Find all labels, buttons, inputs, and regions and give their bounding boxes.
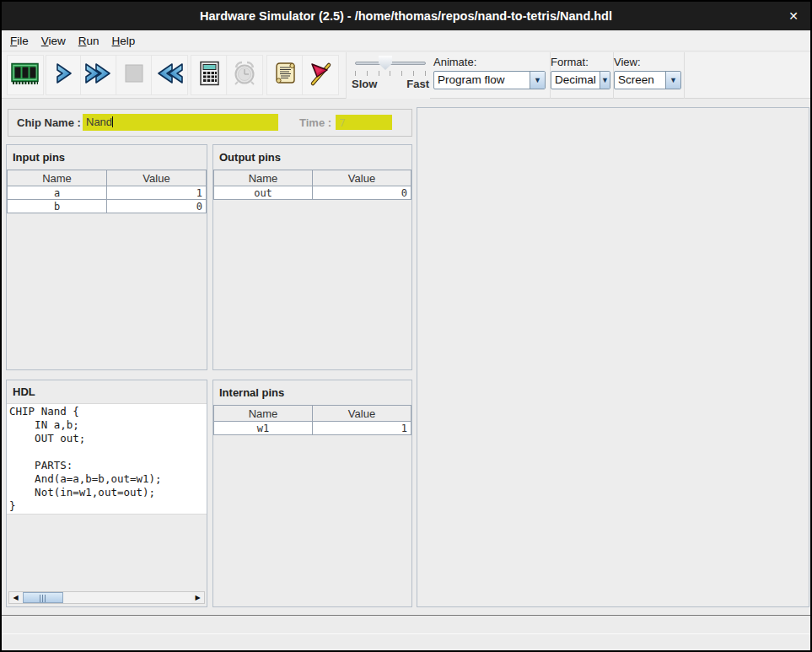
- status-message-bar: [2, 615, 810, 634]
- speed-slider-group: Slow Fast: [346, 52, 430, 99]
- clock-tick-icon: [231, 60, 258, 90]
- load-chip-icon: [10, 61, 40, 89]
- chevron-down-icon[interactable]: ▼: [665, 72, 680, 89]
- pin-value-a[interactable]: 1: [107, 186, 207, 200]
- chip-name-label: Chip Name :: [17, 116, 81, 129]
- table-row: w1 1: [214, 422, 411, 435]
- format-select[interactable]: Decimal ▼: [551, 71, 610, 89]
- menu-help[interactable]: Help: [110, 32, 143, 50]
- internal-pins-title: Internal pins: [213, 380, 411, 399]
- view-value: Screen: [615, 72, 665, 89]
- view-select[interactable]: Screen ▼: [614, 71, 681, 89]
- animate-label: Animate:: [433, 56, 550, 68]
- single-step-button[interactable]: [46, 55, 83, 95]
- evaluate-button[interactable]: [191, 55, 228, 95]
- column-header-name: Name: [214, 406, 313, 422]
- chip-name-input[interactable]: Nand: [83, 114, 278, 131]
- stop-icon: [123, 62, 145, 88]
- app-window: Hardware Simulator (2.5) - /home/thomas/…: [0, 0, 812, 652]
- breakpoints-icon: [307, 60, 334, 90]
- time-label: Time :: [299, 116, 331, 129]
- chevron-down-icon[interactable]: ▼: [530, 72, 545, 89]
- menu-run[interactable]: Run: [77, 32, 107, 50]
- screen-view-panel: [417, 107, 809, 607]
- pin-value-w1: 1: [313, 422, 411, 435]
- format-value: Decimal: [551, 72, 600, 89]
- evaluate-icon: [197, 60, 221, 90]
- table-row: b 0: [8, 200, 207, 213]
- input-pins-table: Name Value a 1 b 0: [7, 170, 207, 213]
- slider-slow-label: Slow: [352, 78, 377, 90]
- output-pins-title: Output pins: [213, 145, 411, 164]
- pin-value-b[interactable]: 0: [107, 200, 207, 213]
- column-header-value: Value: [313, 406, 411, 422]
- time-field: 7: [336, 115, 392, 130]
- view-label: View:: [614, 56, 684, 68]
- table-row: a 1: [8, 186, 207, 200]
- animate-group: Animate: Program flow ▼: [433, 52, 551, 99]
- pin-name-b: b: [8, 200, 107, 213]
- run-button[interactable]: [80, 55, 117, 95]
- internal-pins-table: Name Value w1 1: [213, 405, 411, 435]
- run-icon: [83, 61, 115, 89]
- table-row: out 0: [214, 186, 411, 200]
- scrollbar-grip: [40, 595, 46, 602]
- scroll-left-icon[interactable]: ◀: [9, 592, 22, 603]
- animate-value: Program flow: [434, 72, 530, 89]
- load-chip-button[interactable]: [7, 55, 44, 95]
- load-script-button[interactable]: [266, 55, 304, 95]
- close-icon[interactable]: ✕: [788, 2, 799, 30]
- load-script-icon: [273, 60, 297, 90]
- text-caret: [112, 116, 113, 127]
- menu-view[interactable]: View: [40, 32, 73, 50]
- output-pins-table: Name Value out 0: [213, 170, 411, 200]
- speed-slider-ticks: [355, 71, 426, 76]
- chevron-down-icon[interactable]: ▼: [600, 72, 610, 89]
- column-header-value: Value: [313, 170, 411, 186]
- scroll-right-icon[interactable]: ▶: [191, 592, 204, 603]
- input-pins-title: Input pins: [7, 145, 207, 164]
- window-title: Hardware Simulator (2.5) - /home/thomas/…: [200, 9, 612, 23]
- stop-button: [116, 55, 153, 95]
- reset-button[interactable]: [151, 55, 188, 95]
- title-bar: Hardware Simulator (2.5) - /home/thomas/…: [2, 2, 810, 30]
- menu-file[interactable]: File: [8, 32, 36, 50]
- menu-bar: File View Run Help: [2, 30, 810, 51]
- hdl-horizontal-scrollbar[interactable]: ◀ ▶: [8, 591, 205, 604]
- column-header-name: Name: [214, 170, 313, 186]
- toolbar: Slow Fast Animate: Program flow ▼ Format…: [2, 52, 810, 99]
- pin-name-a: a: [8, 186, 107, 200]
- output-pins-panel: Output pins Name Value out 0: [212, 144, 412, 370]
- chip-name-bar: Chip Name : Nand Time : 7: [8, 109, 412, 137]
- view-group: View: Screen ▼: [614, 52, 685, 99]
- clock-tick-button: [226, 55, 263, 95]
- format-label: Format:: [551, 56, 613, 68]
- reset-icon: [153, 61, 186, 89]
- format-group: Format: Decimal ▼: [551, 52, 614, 99]
- breakpoints-button[interactable]: [302, 55, 339, 95]
- internal-pins-panel: Internal pins Name Value w1 1: [212, 380, 412, 607]
- hdl-code-view[interactable]: CHIP Nand { IN a,b; OUT out; PARTS: And(…: [7, 403, 207, 515]
- pin-name-out: out: [214, 186, 313, 200]
- hdl-title: HDL: [7, 380, 207, 398]
- column-header-value: Value: [107, 170, 207, 186]
- animate-select[interactable]: Program flow ▼: [433, 71, 546, 89]
- single-step-icon: [53, 61, 75, 89]
- speed-slider-thumb[interactable]: [379, 56, 392, 70]
- column-header-name: Name: [8, 170, 107, 186]
- hdl-panel: HDL CHIP Nand { IN a,b; OUT out; PARTS: …: [6, 380, 207, 607]
- scrollbar-thumb[interactable]: [23, 592, 63, 603]
- slider-fast-label: Fast: [406, 78, 429, 90]
- input-pins-panel: Input pins Name Value a 1 b 0: [6, 144, 207, 370]
- pin-name-w1: w1: [214, 422, 313, 435]
- pin-value-out: 0: [313, 186, 411, 200]
